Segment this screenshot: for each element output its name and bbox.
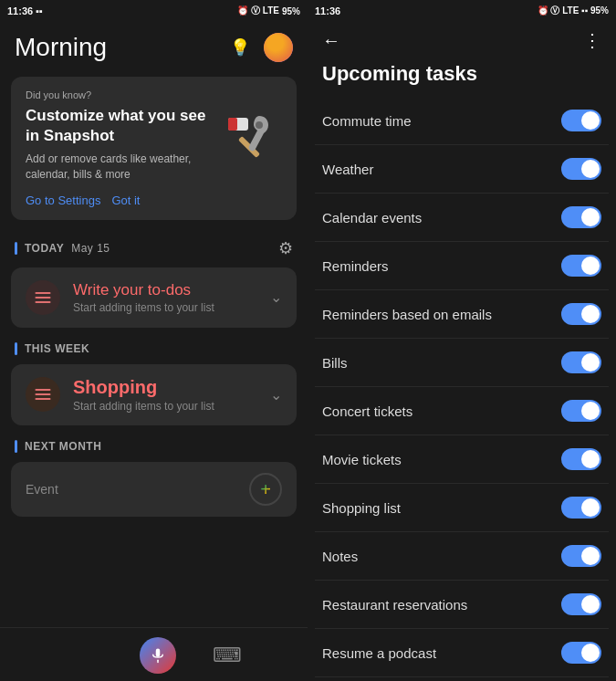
settings-gear-icon[interactable]: ⚙ (278, 238, 293, 258)
shopping-title: Shopping (73, 377, 257, 398)
status-bar-left: 11:36 ▪▪ ⏰ Ⓥ LTE 95% (0, 0, 308, 22)
toggle-concert-tickets[interactable] (561, 400, 601, 422)
setting-restaurant: Restaurant reservations (315, 581, 609, 629)
this-week-section-header: THIS WEEK (0, 331, 308, 361)
setting-notes: Notes (315, 532, 609, 581)
setting-name-bills: Bills (322, 355, 348, 371)
shopping-info: Shopping Start adding items to your list (73, 377, 257, 413)
svg-rect-2 (228, 118, 237, 131)
event-label: Event (26, 482, 58, 497)
right-header: ← ⋮ (308, 22, 616, 58)
settings-list: Commute time Weather Calendar events Rem… (308, 97, 616, 681)
event-card[interactable]: Event + (11, 462, 297, 517)
setting-name-commute: Commute time (322, 113, 412, 129)
setting-name-notes: Notes (322, 549, 358, 564)
svg-point-3 (256, 121, 263, 129)
next-month-label: NEXT MONTH (15, 440, 101, 453)
setting-name-weather: Weather (322, 162, 373, 177)
setting-name-reminders-emails: Reminders based on emails (322, 307, 492, 322)
toggle-weather[interactable] (561, 158, 601, 180)
shopping-chevron: ⌄ (270, 386, 282, 403)
mic-button[interactable] (140, 637, 176, 674)
write-todos-info: Write your to-dos Start adding items to … (73, 281, 257, 314)
toggle-movie-tickets[interactable] (561, 448, 601, 470)
write-todos-icon (26, 280, 60, 315)
toggle-notes[interactable] (561, 545, 601, 567)
toggle-reminders[interactable] (561, 255, 601, 277)
toggle-calendar-events[interactable] (561, 206, 601, 228)
status-icons-left: ⏰ Ⓥ LTE 95% (237, 5, 300, 17)
write-todos-subtitle: Start adding items to your list (73, 301, 257, 314)
today-date: May 15 (71, 242, 110, 255)
morning-title: Morning (15, 33, 107, 62)
setting-weather: Weather (315, 145, 609, 194)
next-month-section-header: NEXT MONTH (0, 429, 308, 458)
page-title: Upcoming tasks (308, 58, 616, 97)
time-left: 11:36 (7, 5, 33, 16)
bottom-nav-left: ⌨ (0, 627, 308, 681)
toggle-bills[interactable] (561, 351, 601, 373)
setting-name-concert: Concert tickets (322, 403, 412, 419)
customize-text: Customize what you see in Snapshot Add o… (26, 106, 218, 207)
left-header: Morning 💡 (0, 22, 308, 69)
avatar-image (264, 33, 293, 62)
shopping-card[interactable]: Shopping Start adding items to your list… (11, 364, 297, 425)
setting-reminders-emails: Reminders based on emails (315, 290, 609, 339)
toggle-reminders-emails[interactable] (561, 303, 601, 325)
setting-name-calendar: Calendar events (322, 210, 422, 225)
customize-desc: Add or remove cards like weather, calend… (26, 152, 218, 183)
setting-shopping-list: Shopping list (315, 484, 609, 532)
setting-reminders: Reminders (315, 242, 609, 290)
bulb-icon[interactable]: 💡 (227, 35, 253, 60)
avatar[interactable] (264, 33, 293, 62)
setting-name-shopping: Shopping list (322, 500, 401, 516)
svg-rect-10 (155, 649, 160, 657)
toggle-shopping-list[interactable] (561, 497, 601, 519)
setting-concert-tickets: Concert tickets (315, 387, 609, 435)
more-options-button[interactable]: ⋮ (583, 29, 601, 51)
plus-icon: + (260, 480, 271, 498)
customize-card: Did you know? Customize what you see in … (11, 77, 297, 220)
notification-icons: ▪▪ (36, 5, 43, 16)
setting-podcast: Resume a podcast (315, 629, 609, 677)
customize-actions: Go to Settings Got it (26, 194, 218, 207)
got-it-link[interactable]: Got it (111, 194, 140, 207)
shopping-subtitle: Start adding items to your list (73, 400, 257, 413)
time-right: 11:36 (315, 5, 340, 16)
setting-commute-time: Commute time (315, 97, 609, 145)
status-icons-right: ⏰ Ⓥ LTE ▪▪ 95% (538, 5, 609, 17)
setting-calendar-events: Calendar events (315, 194, 609, 242)
today-section-header: TODAY May 15 ⚙ (0, 227, 308, 264)
setting-bills: Bills (315, 339, 609, 387)
write-todos-card[interactable]: Write your to-dos Start adding items to … (11, 267, 297, 328)
toggle-commute-time[interactable] (561, 110, 601, 131)
write-todos-title: Write your to-dos (73, 281, 257, 299)
toggle-restaurant[interactable] (561, 593, 601, 615)
keyboard-icon[interactable]: ⌨ (213, 644, 242, 667)
tools-icon (218, 106, 282, 170)
setting-name-restaurant: Restaurant reservations (322, 597, 467, 613)
go-to-settings-link[interactable]: Go to Settings (26, 194, 100, 207)
right-panel: 11:36 ⏰ Ⓥ LTE ▪▪ 95% ← ⋮ Upcoming tasks … (308, 0, 616, 681)
shopping-icon (26, 377, 60, 412)
this-week-label: THIS WEEK (15, 342, 89, 355)
setting-name-movie: Movie tickets (322, 452, 402, 467)
toggle-podcast[interactable] (561, 642, 601, 664)
back-button[interactable]: ← (322, 30, 340, 51)
customize-content: Customize what you see in Snapshot Add o… (26, 106, 282, 207)
battery-left: 95% (282, 6, 300, 16)
add-event-button[interactable]: + (249, 473, 282, 506)
setting-movie-tickets: Movie tickets (315, 435, 609, 484)
left-panel: 11:36 ▪▪ ⏰ Ⓥ LTE 95% Morning 💡 Did you k… (0, 0, 308, 681)
status-time-left: 11:36 ▪▪ (7, 5, 43, 16)
today-label: TODAY May 15 (15, 242, 110, 255)
header-icons: 💡 (227, 33, 293, 62)
status-bar-right: 11:36 ⏰ Ⓥ LTE ▪▪ 95% (308, 0, 616, 22)
write-todos-chevron: ⌄ (270, 288, 282, 306)
customize-title: Customize what you see in Snapshot (26, 106, 218, 146)
did-you-know-label: Did you know? (26, 89, 282, 100)
setting-name-podcast: Resume a podcast (322, 645, 436, 661)
setting-name-reminders: Reminders (322, 258, 389, 274)
